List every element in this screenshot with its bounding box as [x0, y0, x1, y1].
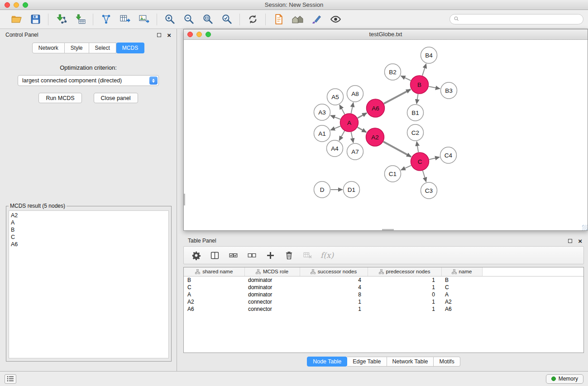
- column-header-MCDS-role[interactable]: MCDS role: [244, 267, 300, 276]
- export-image-icon[interactable]: [136, 12, 152, 27]
- export-table-icon[interactable]: [117, 12, 133, 27]
- refresh-icon[interactable]: [245, 12, 260, 27]
- table-row[interactable]: Cdominator41C: [184, 284, 583, 291]
- mcds-result-item[interactable]: B: [11, 226, 167, 234]
- graph-node-A7[interactable]: A7: [347, 143, 363, 160]
- add-row-icon[interactable]: [264, 248, 277, 262]
- graph-edge-A-A5[interactable]: [339, 105, 344, 114]
- float-panel-icon[interactable]: [157, 33, 161, 37]
- table-tab-network-table[interactable]: Network Table: [387, 357, 434, 367]
- graph-edge-C-C3[interactable]: [423, 171, 426, 182]
- search-box[interactable]: [449, 14, 583, 24]
- zoom-out-icon[interactable]: [181, 12, 196, 27]
- graph-node-D[interactable]: D: [314, 181, 330, 198]
- table-tab-edge-table[interactable]: Edge Table: [347, 357, 387, 367]
- eye-icon[interactable]: [328, 12, 343, 27]
- graph-edge-A-A4[interactable]: [339, 131, 344, 140]
- graph-edge-B-B4[interactable]: [422, 64, 426, 76]
- graph-node-A5[interactable]: A5: [327, 89, 344, 105]
- criterion-select[interactable]: largest connected component (directed): [18, 75, 159, 86]
- import-table-icon[interactable]: [72, 12, 88, 27]
- minimize-window-button[interactable]: [14, 2, 19, 8]
- graph-node-A2[interactable]: A2: [366, 128, 384, 146]
- graph-node-C2[interactable]: C2: [407, 124, 424, 141]
- mcds-result-item[interactable]: A: [11, 219, 167, 226]
- network-canvas[interactable]: B4B2BB3A5A8A6A3B1AC2A1A2A4A7C4CC1DD1C3: [184, 40, 588, 230]
- search-input[interactable]: [462, 16, 579, 23]
- paint-icon[interactable]: [309, 12, 324, 27]
- graph-edge-A-A1[interactable]: [330, 126, 340, 130]
- graph-node-C[interactable]: C: [411, 152, 429, 171]
- mcds-result-item[interactable]: C: [11, 234, 167, 241]
- close-table-panel-icon[interactable]: ×: [578, 238, 582, 244]
- column-header-successor-nodes[interactable]: successor nodes: [300, 267, 368, 276]
- graph-edge-B-B1[interactable]: [416, 94, 418, 104]
- close-network-button[interactable]: [187, 32, 193, 37]
- graph-edge-A-A2[interactable]: [358, 127, 367, 132]
- task-history-button[interactable]: [5, 374, 16, 384]
- open-document-icon[interactable]: [271, 12, 286, 27]
- graph-edge-B-B2[interactable]: [401, 76, 411, 81]
- graph-edge-C-C1[interactable]: [401, 166, 411, 170]
- graph-edge-A-A7[interactable]: [351, 132, 354, 143]
- control-panel-tab-mcds[interactable]: MCDS: [116, 43, 144, 53]
- graph-edge-A-A8[interactable]: [351, 103, 354, 114]
- close-window-button[interactable]: [5, 2, 10, 8]
- control-panel-tab-style[interactable]: Style: [65, 43, 89, 53]
- graph-node-A3[interactable]: A3: [314, 104, 330, 120]
- graph-node-B4[interactable]: B4: [421, 47, 437, 63]
- graph-node-B[interactable]: B: [411, 76, 429, 94]
- select-all-icon[interactable]: [227, 248, 239, 262]
- control-panel-tab-network[interactable]: Network: [32, 43, 65, 53]
- graph-edge-C-C4[interactable]: [429, 157, 440, 159]
- show-columns-icon[interactable]: [208, 248, 221, 262]
- zoom-selected-icon[interactable]: [219, 12, 234, 27]
- graph-node-D1[interactable]: D1: [344, 181, 360, 198]
- graph-edge-A6-B[interactable]: [384, 89, 411, 104]
- graph-edge-B-B3[interactable]: [429, 86, 440, 89]
- import-network-icon[interactable]: [53, 12, 69, 27]
- zoom-in-icon[interactable]: [162, 12, 177, 27]
- column-header-predecessor-nodes[interactable]: predecessor nodes: [368, 267, 441, 276]
- table-row[interactable]: Bdominator41B: [184, 276, 583, 284]
- table-row[interactable]: A6connector11A6: [184, 305, 583, 313]
- graph-node-C4[interactable]: C4: [440, 147, 457, 163]
- table-row[interactable]: Adominator80A: [184, 291, 583, 298]
- control-panel-tab-select[interactable]: Select: [89, 43, 116, 53]
- graph-edge-A-A3[interactable]: [330, 115, 340, 119]
- resize-grip[interactable]: [582, 225, 588, 230]
- close-panel-button[interactable]: Close panel: [94, 93, 138, 103]
- graph-edge-C-C2[interactable]: [417, 142, 419, 152]
- graph-edge-A2-C[interactable]: [383, 142, 411, 157]
- column-header-name[interactable]: name: [441, 267, 482, 276]
- open-file-icon[interactable]: [9, 12, 24, 27]
- maximize-network-button[interactable]: [206, 32, 211, 37]
- delete-row-icon[interactable]: [282, 248, 295, 262]
- graph-node-C1[interactable]: C1: [385, 166, 401, 182]
- graph-node-A6[interactable]: A6: [367, 99, 385, 117]
- table-tab-node-table[interactable]: Node Table: [307, 357, 347, 367]
- graph-node-A4[interactable]: A4: [327, 140, 343, 157]
- vertical-scrollbar[interactable]: [184, 194, 185, 205]
- mcds-result-item[interactable]: A6: [11, 241, 167, 248]
- graph-node-A1[interactable]: A1: [314, 125, 330, 142]
- graph-node-A[interactable]: A: [340, 114, 359, 132]
- graph-node-B3[interactable]: B3: [441, 82, 457, 99]
- minimize-network-button[interactable]: [196, 32, 202, 37]
- zoom-fit-icon[interactable]: [200, 12, 215, 27]
- graph-node-B1[interactable]: B1: [407, 105, 424, 121]
- home-icon[interactable]: [290, 12, 305, 27]
- graph-node-A8[interactable]: A8: [347, 86, 363, 102]
- new-network-icon[interactable]: [98, 12, 114, 27]
- table-settings-icon[interactable]: [190, 248, 202, 262]
- column-header-shared-name[interactable]: shared name: [184, 267, 244, 276]
- table-row[interactable]: A2connector11A2: [184, 298, 583, 305]
- table-tab-motifs[interactable]: Motifs: [434, 357, 460, 367]
- horizontal-scrollbar[interactable]: [382, 229, 394, 230]
- memory-button[interactable]: Memory: [546, 374, 583, 384]
- mcds-result-list[interactable]: A2ABCA6: [9, 210, 169, 358]
- graph-edge-A-A6[interactable]: [358, 113, 367, 118]
- float-table-panel-icon[interactable]: [568, 239, 572, 243]
- save-session-icon[interactable]: [28, 12, 43, 27]
- deselect-all-icon[interactable]: [245, 248, 258, 262]
